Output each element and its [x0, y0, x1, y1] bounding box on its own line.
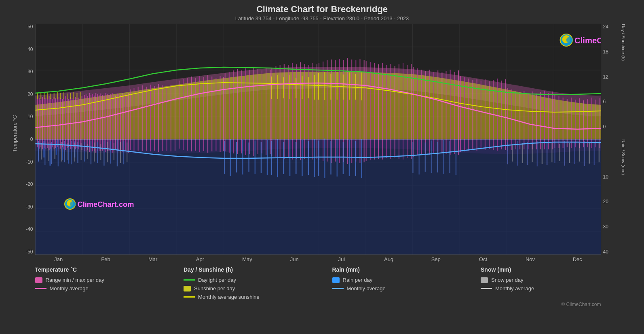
svg-rect-124 — [279, 65, 280, 158]
chart-plot: ClimeChart.com ClimeChart.com — [35, 24, 601, 255]
y-tick-0: 0 — [30, 136, 33, 142]
svg-rect-209 — [48, 143, 49, 161]
legend-swatch-rain — [332, 277, 340, 283]
svg-rect-43 — [58, 97, 59, 149]
svg-rect-186 — [524, 91, 524, 149]
svg-rect-222 — [90, 141, 91, 164]
y-tick-right-30: 30 — [603, 224, 608, 230]
svg-rect-98 — [179, 81, 179, 149]
svg-rect-41 — [55, 98, 56, 148]
svg-rect-85 — [128, 93, 129, 153]
svg-rect-160 — [421, 70, 422, 155]
x-tick-mar: Mar — [129, 256, 177, 262]
svg-rect-170 — [460, 76, 461, 152]
legend-col-snow: Snow (mm) Snow per day Monthly average — [481, 266, 629, 291]
svg-rect-239 — [254, 140, 255, 174]
svg-rect-168 — [454, 72, 454, 154]
legend-col-rain: Rain (mm) Rain per day Monthly average — [332, 266, 481, 291]
svg-rect-40 — [53, 97, 54, 149]
svg-rect-161 — [425, 71, 426, 154]
svg-rect-189 — [536, 94, 536, 149]
svg-rect-117 — [253, 68, 254, 156]
svg-rect-288 — [44, 93, 44, 99]
svg-rect-224 — [97, 142, 98, 163]
y-tick-n20: -20 — [26, 181, 33, 187]
svg-rect-273 — [541, 143, 542, 164]
y-tick-n40: -40 — [26, 226, 33, 232]
svg-rect-182 — [507, 88, 508, 151]
svg-rect-73 — [108, 95, 109, 151]
svg-rect-284 — [593, 142, 594, 165]
svg-rect-269 — [522, 143, 523, 163]
legend-sunshine-title: Day / Sunshine (h) — [184, 266, 332, 273]
svg-rect-86 — [130, 89, 131, 150]
svg-rect-289 — [47, 92, 48, 99]
svg-point-321 — [566, 37, 572, 43]
svg-rect-220 — [84, 142, 84, 162]
svg-rect-210 — [51, 142, 52, 164]
y-tick-n10: -10 — [26, 159, 33, 165]
svg-rect-76 — [113, 95, 114, 151]
svg-rect-315 — [361, 72, 362, 100]
svg-rect-116 — [249, 70, 250, 154]
svg-rect-177 — [489, 81, 490, 149]
y-axis-right: 24 18 12 6 0 0 10 20 30 40 Day / Sunshin… — [601, 24, 633, 255]
svg-rect-56 — [80, 99, 80, 147]
svg-rect-190 — [540, 92, 541, 149]
svg-rect-174 — [476, 79, 477, 151]
svg-rect-130 — [304, 64, 305, 159]
x-axis-container: Jan Feb Mar Apr May Jun Jul Aug Sep Oct … — [11, 255, 633, 262]
legend-container: Temperature °C Range min / max per day M… — [11, 262, 633, 300]
y-tick-right-10: 10 — [603, 174, 608, 180]
svg-rect-107 — [215, 78, 216, 151]
svg-rect-280 — [574, 142, 575, 164]
legend-item-rain-avg: Monthly average — [332, 285, 481, 291]
svg-rect-37 — [49, 96, 49, 150]
y-tick-30: 30 — [27, 69, 33, 74]
svg-rect-48 — [67, 98, 68, 148]
svg-rect-205 — [599, 98, 600, 148]
legend-item-temp-avg: Monthly average — [35, 285, 184, 291]
svg-rect-126 — [287, 65, 288, 158]
svg-rect-149 — [378, 64, 379, 159]
svg-rect-103 — [199, 76, 200, 152]
y-tick-right-6: 6 — [603, 99, 606, 104]
svg-rect-96 — [170, 85, 171, 151]
svg-rect-249 — [314, 139, 315, 177]
svg-rect-144 — [359, 59, 360, 163]
svg-rect-139 — [339, 59, 340, 163]
svg-rect-313 — [349, 72, 350, 100]
svg-rect-207 — [41, 143, 42, 160]
svg-rect-185 — [519, 92, 520, 149]
svg-rect-275 — [551, 143, 552, 162]
svg-rect-301 — [277, 75, 278, 99]
x-tick-dec: Dec — [554, 256, 601, 262]
svg-rect-120 — [266, 68, 266, 155]
svg-rect-218 — [77, 142, 78, 163]
svg-rect-302 — [283, 77, 284, 98]
svg-rect-30 — [37, 99, 38, 147]
legend-item-snow-avg: Monthly average — [481, 285, 629, 291]
y-tick-right-0-sun: 0 — [603, 124, 606, 130]
svg-rect-162 — [429, 70, 430, 155]
svg-rect-81 — [122, 93, 122, 152]
svg-rect-272 — [536, 141, 537, 166]
svg-rect-264 — [449, 141, 450, 173]
svg-rect-197 — [566, 99, 567, 147]
svg-rect-203 — [591, 98, 592, 148]
svg-rect-154 — [398, 64, 399, 159]
legend-col-temperature: Temperature °C Range min / max per day M… — [35, 266, 184, 291]
svg-rect-277 — [559, 144, 560, 161]
svg-rect-172 — [468, 79, 469, 151]
svg-rect-108 — [220, 76, 220, 152]
svg-rect-106 — [211, 77, 212, 151]
svg-rect-33 — [42, 97, 43, 149]
svg-rect-121 — [270, 70, 270, 154]
legend-label-snow: Snow per day — [491, 277, 524, 283]
svg-rect-257 — [361, 139, 362, 178]
svg-rect-248 — [308, 141, 308, 175]
svg-rect-138 — [335, 60, 336, 162]
svg-rect-115 — [245, 68, 246, 155]
svg-rect-297 — [73, 92, 74, 99]
x-tick-aug: Aug — [365, 256, 412, 262]
